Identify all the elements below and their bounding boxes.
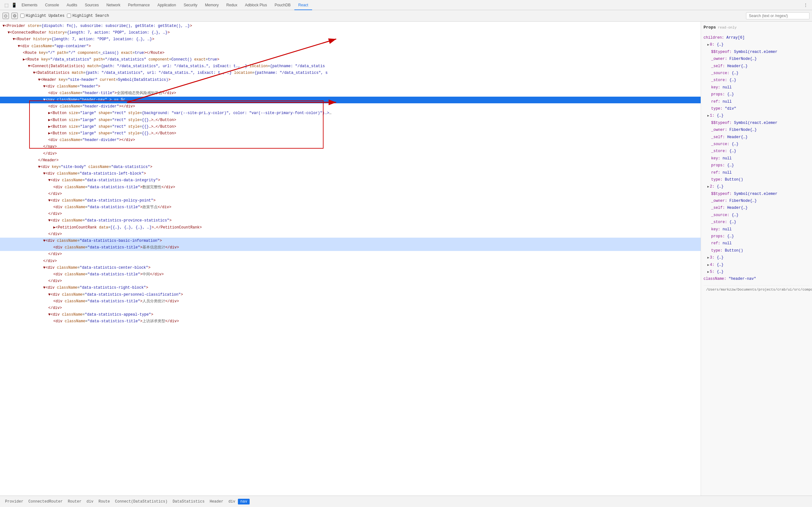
dom-line[interactable]: ▶<Button size="large" shape="rect" style…	[0, 110, 336, 117]
breadcrumb-data-statistics[interactable]: DataStatistics	[170, 499, 207, 504]
dom-line[interactable]: <div className="data-statistics-title">数…	[0, 184, 701, 191]
dom-line[interactable]: <div className="data-statistics-title">政…	[0, 204, 701, 211]
dom-line[interactable]: </Header>	[0, 157, 701, 164]
dom-line[interactable]: ▶<Route key="/data_statistics" path="/da…	[0, 56, 701, 63]
highlight-updates-checkbox[interactable]	[20, 14, 24, 18]
more-options-icon[interactable]: ⋮	[802, 1, 809, 9]
dom-line[interactable]: </div>	[0, 305, 701, 312]
breadcrumb-connect-data-statistics[interactable]: Connect(DataStatistics)	[112, 499, 170, 504]
file-path: /Users/markzzw/Documents/projects/crab/u…	[704, 285, 809, 294]
prop-line: key: null	[704, 155, 809, 162]
dom-line[interactable]: ▼<div className="app-container">	[0, 43, 701, 50]
dom-line[interactable]: ▼<div className="data-statistics-data-in…	[0, 177, 701, 184]
dom-line[interactable]: ▼<div className="data-statistics-appeal-…	[0, 312, 701, 318]
tab-security[interactable]: Security	[180, 0, 201, 10]
dom-line[interactable]: </div>	[0, 251, 701, 258]
prop-line: _store: {…}	[704, 219, 809, 226]
settings-icon[interactable]: ⚙	[11, 13, 18, 19]
dom-line[interactable]: </div>	[0, 258, 701, 265]
breadcrumb-router[interactable]: Router	[65, 499, 84, 504]
dom-line[interactable]: </nav>	[0, 144, 701, 150]
dom-line[interactable]: ▼<Header key="site-header" current=Symbo…	[0, 77, 701, 83]
prop-line[interactable]: ▶0: {…}	[704, 41, 809, 48]
breadcrumb-div[interactable]: div	[84, 499, 96, 504]
prop-line[interactable]: ▶1: {…}	[704, 112, 809, 119]
dom-panel[interactable]: ▼<Provider store={dispatch: fn(), subscr…	[0, 21, 701, 496]
prop-line: type: "div"	[704, 105, 809, 112]
dom-line[interactable]: <div className="data-statistics-title">人…	[0, 298, 701, 305]
highlight-updates-label[interactable]: Highlight Updates	[20, 14, 64, 18]
dom-line[interactable]: ▼<div className="data-statistics-provinc…	[0, 217, 701, 224]
dom-line[interactable]: <div className="header-divider"></div>	[0, 103, 701, 110]
prop-line: props: {…}	[704, 162, 809, 169]
prop-line: type: Button()	[704, 247, 809, 254]
tab-memory[interactable]: Memory	[201, 0, 222, 10]
target-icon[interactable]: ⊙	[3, 13, 9, 19]
dom-line[interactable]: </div>	[0, 151, 701, 157]
tab-audits[interactable]: Audits	[63, 0, 81, 10]
breadcrumb-provider[interactable]: Provider	[3, 499, 26, 504]
dom-line[interactable]: </div>	[0, 231, 701, 238]
prop-line: ref: null	[704, 240, 809, 247]
breadcrumb-div2[interactable]: div	[226, 499, 238, 504]
dom-line[interactable]: ▼<div className="data-statistics-personn…	[0, 291, 701, 298]
tab-adblock[interactable]: Adblock Plus	[241, 0, 270, 10]
prop-line: type: Button()	[704, 176, 809, 183]
dom-line-nav-highlighted[interactable]: ▼<nav className="header-nav" > == $r	[0, 97, 701, 103]
dom-line[interactable]: <div className="data-statistics-title">上…	[0, 318, 701, 325]
dom-line[interactable]: ▼<div className="data-statistics-right-b…	[0, 285, 701, 291]
dom-line[interactable]: </div>	[0, 211, 701, 217]
prop-line: $$typeof: Symbol(react.elemer	[704, 49, 809, 55]
search-input[interactable]	[746, 12, 809, 19]
device-icon[interactable]: 📱	[10, 1, 18, 9]
dom-line[interactable]: ▶<Button size="large" shape="rect" style…	[0, 117, 701, 124]
prop-line[interactable]: ▶4: {…}	[704, 262, 809, 268]
prop-line[interactable]: ▶2: {…}	[704, 183, 809, 190]
dom-line[interactable]: ▼<div className="data-statistics-left-bl…	[0, 170, 701, 177]
tab-console[interactable]: Console	[41, 0, 63, 10]
prop-line[interactable]: ▶5: {…}	[704, 268, 809, 275]
breadcrumb-header[interactable]: Header	[207, 499, 226, 504]
prop-line: ref: null	[704, 98, 809, 105]
tab-sources[interactable]: Sources	[81, 0, 102, 10]
dom-line[interactable]: ▼<Router history={length: 7, action: "PO…	[0, 36, 701, 43]
highlight-search-label[interactable]: Highlight Search	[67, 14, 109, 18]
breadcrumb-bar: Provider ConnectedRouter Router div Rout…	[0, 496, 812, 507]
dom-line[interactable]: ▶<Button size="large" shape="rect" style…	[0, 130, 701, 137]
breadcrumb-nav[interactable]: nav	[238, 499, 250, 504]
breadcrumb-connected-router[interactable]: ConnectedRouter	[26, 499, 65, 504]
tab-application[interactable]: Application	[154, 0, 180, 10]
dom-line[interactable]: ▼<Connect(DataStatistics) match={path: "…	[0, 63, 701, 70]
tab-performance[interactable]: Performance	[124, 0, 154, 10]
dom-line[interactable]: ▼<div key="site-body" className="data-st…	[0, 164, 701, 170]
inspect-icon[interactable]: ⬚	[3, 1, 10, 9]
dom-line[interactable]: ▼<div className="header">	[0, 83, 701, 90]
dom-line[interactable]: ▼<div className="data-statistics-basic-i…	[0, 238, 701, 244]
prop-line: props: {…}	[704, 233, 809, 240]
prop-line: _self: Header{…}	[704, 205, 809, 211]
tab-redux[interactable]: Redux	[223, 0, 241, 10]
dom-line[interactable]: ▼<DataStatistics match={path: "/data_sta…	[0, 70, 701, 76]
tab-pouchdb[interactable]: PouchDB	[271, 0, 295, 10]
dom-line[interactable]: <div className="data-statistics-title">中…	[0, 271, 701, 278]
dom-line[interactable]: </div>	[0, 191, 701, 198]
dom-line[interactable]: ▼<Provider store={dispatch: fn(), subscr…	[0, 23, 701, 30]
dom-line[interactable]: ▶<PetitionCountRank data=[{…}, {…}, {…},…	[0, 224, 701, 231]
dom-line[interactable]: ▶<Button size="large" shape="rect" style…	[0, 124, 701, 130]
props-panel: Props read-only children: Array[6] ▶0: {…	[701, 21, 812, 496]
tab-react[interactable]: React	[294, 0, 312, 10]
dom-line[interactable]: ▼<div className="data-statistics-center-…	[0, 265, 701, 271]
dom-line[interactable]: <Route key="/" path="/" component=_class…	[0, 50, 701, 56]
prop-line: _source: {…}	[704, 70, 809, 77]
breadcrumb-route[interactable]: Route	[96, 499, 112, 504]
tab-network[interactable]: Network	[102, 0, 124, 10]
dom-line[interactable]: <div className="data-statistics-title">基…	[0, 244, 701, 251]
dom-line[interactable]: <div className="header-divider"></div>	[0, 137, 701, 144]
prop-line[interactable]: ▶3: {…}	[704, 254, 809, 261]
tab-elements[interactable]: Elements	[18, 0, 41, 10]
highlight-search-checkbox[interactable]	[67, 14, 71, 18]
dom-line[interactable]: ▼<ConnectedRouter history={length: 7, ac…	[0, 30, 701, 36]
dom-line[interactable]: <div className="header-title">全国维稳态势风险感知…	[0, 90, 701, 97]
dom-line[interactable]: </div>	[0, 278, 701, 285]
dom-line[interactable]: ▼<div className="data-statistics-policy-…	[0, 198, 701, 204]
